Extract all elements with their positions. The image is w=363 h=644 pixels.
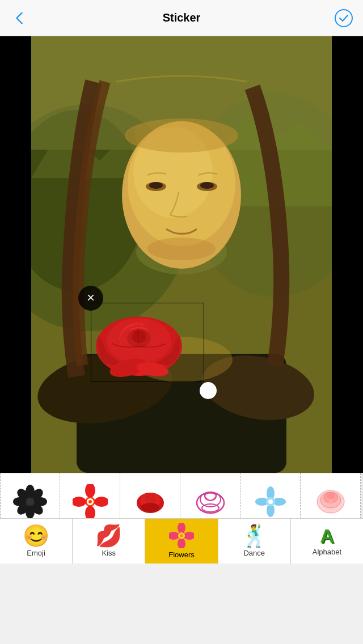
done-button[interactable] [334,8,354,28]
svg-point-66 [169,532,179,540]
svg-point-41 [94,497,108,507]
kiss-category-icon: 💋 [95,525,122,546]
checkmark-icon [335,9,353,27]
category-emoji[interactable]: 😊 Emoji [0,519,73,564]
dance-category-label: Dance [243,549,265,557]
back-button[interactable] [9,8,29,28]
sticker-rose[interactable] [85,297,210,388]
svg-point-15 [125,118,238,152]
sticker-icons-row [0,473,363,519]
svg-point-19 [200,182,214,189]
sticker-item-blue-flower[interactable] [240,473,301,519]
delete-sticker-button[interactable]: × [78,286,103,311]
svg-point-20 [147,238,216,260]
svg-point-61 [327,493,335,499]
svg-point-67 [184,532,194,540]
svg-point-51 [202,504,219,512]
image-canvas[interactable]: × [0,36,363,473]
app-header: Sticker [0,0,363,36]
svg-point-40 [73,497,86,507]
alphabet-category-label: Alphabet [313,548,341,556]
svg-point-69 [180,534,183,537]
svg-point-65 [178,538,185,548]
category-kiss[interactable]: 💋 Kiss [73,519,145,564]
category-alphabet[interactable]: A Alphabet [291,519,363,564]
alphabet-category-icon: A [320,526,334,545]
resize-handle[interactable] [200,382,217,399]
dance-category-icon: 🕺 [241,525,268,546]
flowers-category-icon [169,523,194,548]
svg-point-17 [149,182,163,189]
sticker-item-red-flower[interactable] [60,473,120,519]
svg-point-36 [26,498,34,506]
svg-point-64 [178,523,185,533]
sticker-item-hibiscus[interactable] [0,473,60,519]
svg-point-50 [205,493,216,501]
category-dance[interactable]: 🕺 Dance [218,519,291,564]
painting-background [31,36,332,473]
flowers-category-label: Flowers [168,550,195,559]
svg-point-57 [268,499,273,504]
svg-point-38 [85,484,95,498]
svg-point-46 [145,494,156,503]
svg-point-39 [85,506,95,519]
emoji-category-label: Emoji [27,549,45,557]
svg-point-47 [141,503,159,512]
svg-point-43 [88,500,92,503]
sticker-border [91,303,204,382]
sticker-item-pink-rose[interactable] [180,473,240,519]
emoji-category-icon: 😊 [23,525,49,546]
svg-point-62 [328,499,333,504]
category-flowers[interactable]: Flowers [145,519,218,564]
sticker-item-light-flower[interactable] [301,473,361,519]
category-row: 😊 Emoji 💋 Kiss Flowers 🕺 Dance [0,519,363,564]
page-title: Sticker [163,11,201,24]
sticker-item-red-rose[interactable] [120,473,180,519]
kiss-category-label: Kiss [102,549,116,557]
svg-point-49 [200,492,221,507]
sticker-panel: 😊 Emoji 💋 Kiss Flowers 🕺 Dance [0,473,363,564]
